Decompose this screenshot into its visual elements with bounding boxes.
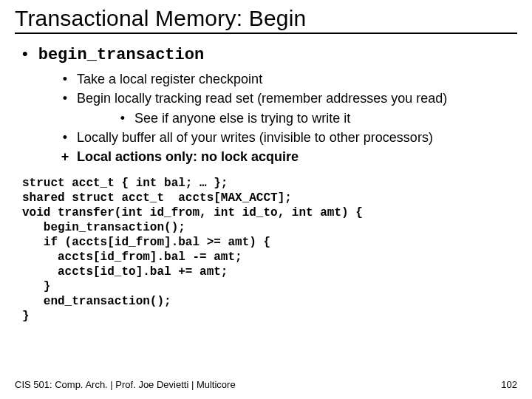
bullet-dot-icon: • [59, 70, 71, 88]
sub-bullet: + Local actions only: no lock acquire [59, 148, 517, 166]
sub-bullet: • Locally buffer all of your writes (inv… [59, 129, 517, 146]
footer: CIS 501: Comp. Arch. | Prof. Joe Deviett… [15, 379, 517, 390]
bullet-text: Begin locally tracking read set (remembe… [77, 89, 447, 107]
bullet-dot-icon: • [59, 89, 71, 107]
slide: Transactional Memory: Begin • begin_tran… [0, 0, 532, 399]
bullet-text: Take a local register checkpoint [77, 70, 262, 88]
bullet-dot-icon: • [22, 46, 28, 62]
bullet-text: See if anyone else is trying to write it [134, 109, 350, 127]
bullet-dot-icon: • [59, 129, 71, 146]
page-number: 102 [501, 379, 517, 390]
bullet-dot-icon: • [117, 109, 129, 127]
sub-bullet-list: • Take a local register checkpoint • Beg… [59, 70, 517, 166]
sub-bullet: • Begin locally tracking read set (remem… [59, 89, 517, 107]
subsub-bullet: • See if anyone else is trying to write … [117, 109, 517, 127]
bullet-list: • begin_transaction • Take a local regis… [22, 46, 517, 166]
slide-title: Transactional Memory: Begin [15, 6, 517, 34]
subsub-bullet-list: • See if anyone else is trying to write … [117, 109, 517, 127]
function-name: begin_transaction [38, 46, 204, 64]
bullet-text: Locally buffer all of your writes (invis… [77, 129, 433, 146]
footer-left: CIS 501: Comp. Arch. | Prof. Joe Deviett… [15, 379, 236, 390]
sub-bullet: • Take a local register checkpoint [59, 70, 517, 88]
bullet-level1: • begin_transaction [22, 46, 517, 64]
code-block: struct acct_t { int bal; … }; shared str… [22, 176, 517, 324]
plus-icon: + [59, 148, 71, 166]
bullet-text: Local actions only: no lock acquire [77, 148, 299, 166]
